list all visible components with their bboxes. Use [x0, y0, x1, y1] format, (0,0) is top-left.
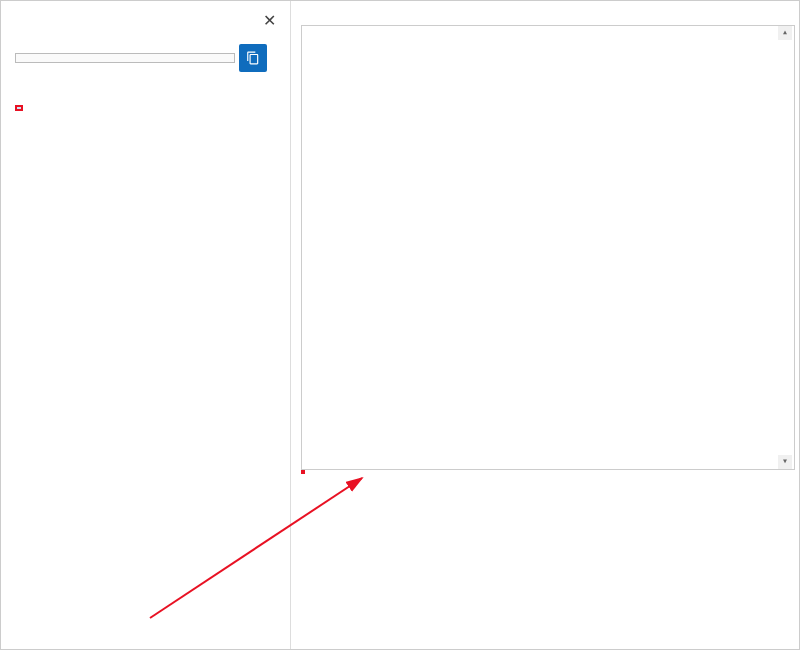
- scrollbar[interactable]: ▴ ▾: [778, 26, 794, 469]
- close-icon[interactable]: ✕: [263, 11, 276, 30]
- body-highlight-box: [301, 470, 305, 474]
- copy-icon: [246, 51, 260, 65]
- json-output[interactable]: ▴ ▾: [301, 25, 795, 470]
- outputs-panel: ▴ ▾: [291, 1, 799, 649]
- tracking-id-value[interactable]: [15, 53, 235, 63]
- scroll-up-icon[interactable]: ▴: [778, 26, 792, 40]
- outputs-link-highlight: [15, 105, 23, 111]
- scroll-down-icon[interactable]: ▾: [778, 455, 792, 469]
- history-panel: ✕: [1, 1, 291, 649]
- copy-button[interactable]: [239, 44, 267, 72]
